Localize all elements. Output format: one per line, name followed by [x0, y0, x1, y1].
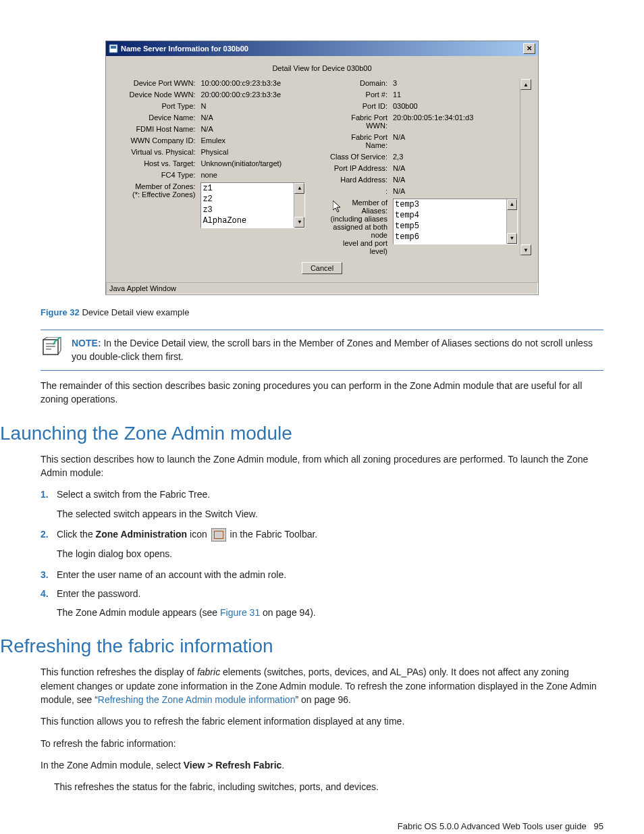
- field-value: N/A: [200, 125, 322, 133]
- list-item[interactable]: temp4: [395, 210, 516, 221]
- list-item[interactable]: temp3: [395, 199, 516, 210]
- field-value: 2,3: [393, 153, 518, 161]
- link-refreshing-zone-admin[interactable]: Refreshing the Zone Admin module informa…: [98, 694, 296, 705]
- outer-scrollbar[interactable]: ▲ ▼: [520, 79, 531, 255]
- text-italic: fabric: [197, 667, 220, 677]
- scroll-up-icon[interactable]: ▲: [507, 199, 517, 210]
- substep: The selected switch appears in the Switc…: [57, 507, 603, 521]
- text: This function refreshes the display of: [41, 667, 197, 677]
- svg-rect-3: [43, 340, 58, 355]
- field-value: N/A: [200, 113, 322, 122]
- cancel-button[interactable]: Cancel: [302, 262, 342, 274]
- field-value: Unknown(initiator/target): [200, 159, 322, 167]
- list-item[interactable]: z2: [203, 194, 303, 205]
- name-server-dialog: Name Server Information for 030b00 ✕ Det…: [105, 41, 539, 295]
- dialog-title: Name Server Information for 030b00: [121, 45, 248, 53]
- note-body: In the Device Detail view, the scroll ba…: [72, 338, 593, 362]
- divider-bottom: [41, 370, 603, 371]
- field-value: 3: [393, 79, 518, 87]
- zones-listbox[interactable]: z1 z2 z3 AlphaZone ▲ ▼: [200, 182, 305, 228]
- text: assigned at both node: [333, 223, 387, 239]
- field-value: 20:0b:00:05:1e:34:01:d3: [393, 113, 518, 130]
- field-label: Fabric Port WWN:: [329, 113, 387, 130]
- field-label: Domain:: [329, 79, 387, 87]
- aliases-listbox[interactable]: temp3 temp4 temp5 temp6 ▲ ▼: [393, 199, 518, 244]
- text: (including aliases: [331, 215, 387, 223]
- list-item[interactable]: AlphaZone: [203, 215, 303, 226]
- note-text: NOTE: In the Device Detail view, the scr…: [72, 337, 603, 363]
- text: .: [281, 760, 284, 771]
- step-text: Enter the password.: [57, 588, 141, 599]
- link-figure-31[interactable]: Figure 31: [220, 607, 260, 618]
- list-item[interactable]: temp6: [395, 232, 516, 242]
- field-label: Hard Address:: [329, 176, 387, 184]
- text: Member of Zones:: [135, 182, 195, 190]
- footer-text: Fabric OS 5.0.0 Advanced Web Tools user …: [398, 821, 587, 831]
- scroll-up-icon[interactable]: ▲: [520, 79, 531, 90]
- field-value: 20:00:00:00:c9:23:b3:3e: [200, 90, 322, 99]
- paragraph: This function allows you to refresh the …: [41, 714, 603, 728]
- text: (*: Effective Zones): [132, 190, 195, 199]
- field-value: 030b00: [393, 102, 518, 110]
- aliases-label: Member of Aliases: (including aliases as…: [329, 199, 387, 255]
- field-label: Port ID:: [329, 102, 387, 110]
- scroll-up-icon[interactable]: ▲: [294, 183, 304, 194]
- text-bold: Zone Administration: [96, 529, 188, 540]
- note-label: NOTE:: [72, 338, 101, 348]
- figure-text: Device Detail view example: [80, 307, 190, 317]
- note-block: NOTE: In the Device Detail view, the scr…: [41, 337, 603, 363]
- field-label: WWN Company ID:: [113, 136, 195, 145]
- scroll-down-icon[interactable]: ▼: [507, 233, 517, 244]
- step-text: Enter the user name of an account with t…: [57, 569, 286, 580]
- paragraph: In the Zone Admin module, select View > …: [41, 758, 603, 772]
- scroll-down-icon[interactable]: ▼: [294, 217, 304, 228]
- field-label: Port IP Address:: [329, 164, 387, 172]
- note-icon: [41, 337, 63, 363]
- step-1: Select a switch from the Fabric Tree.: [41, 488, 603, 501]
- field-label: Port #:: [329, 90, 387, 99]
- list-item[interactable]: z3: [203, 205, 303, 215]
- list-item[interactable]: z1: [203, 183, 303, 194]
- scrollbar[interactable]: ▲ ▼: [294, 183, 304, 228]
- text-bold: View > Refresh Fabric: [184, 760, 282, 771]
- field-label: :: [329, 187, 387, 195]
- text: icon: [187, 529, 209, 540]
- field-value: N/A: [393, 133, 518, 149]
- list-item[interactable]: temp5: [395, 221, 516, 232]
- heading-launching: Launching the Zone Admin module: [0, 423, 603, 444]
- text: on page 94).: [260, 607, 316, 618]
- scroll-down-icon[interactable]: ▼: [520, 244, 531, 255]
- figure-number: Figure 32: [41, 307, 80, 317]
- step-4: Enter the password.: [41, 587, 603, 600]
- divider-top: [41, 330, 603, 330]
- app-icon: [109, 44, 118, 53]
- field-label: Device Name:: [113, 113, 195, 122]
- close-icon[interactable]: ✕: [523, 43, 535, 54]
- field-value: Emulex: [200, 136, 322, 145]
- steps-list: Enter the user name of an account with t…: [41, 568, 603, 601]
- field-value: N/A: [393, 164, 518, 172]
- field-label: Port Type:: [113, 102, 195, 110]
- svg-rect-1: [111, 46, 116, 49]
- right-fields: Domain:3 Port #:11 Port ID:030b00 Fabric…: [329, 79, 518, 255]
- field-value: N: [200, 102, 322, 110]
- field-value: none: [200, 171, 322, 179]
- scrollbar[interactable]: ▲ ▼: [506, 199, 517, 244]
- page-number: 95: [594, 821, 603, 831]
- zone-admin-icon: [211, 528, 226, 542]
- applet-status-bar: Java Applet Window: [106, 282, 538, 294]
- field-label: Fabric Port Name:: [329, 133, 387, 149]
- field-label: Device Port WWN:: [113, 79, 195, 87]
- substep: The Zone Admin module appears (see Figur…: [57, 606, 603, 619]
- field-value: Physical: [200, 148, 322, 156]
- text: Click the: [57, 529, 96, 540]
- left-fields: Device Port WWN:10:00:00:00:c9:23:b3:3e …: [113, 79, 322, 255]
- text: in the Fabric Toolbar.: [227, 529, 318, 540]
- field-label: FDMI Host Name:: [113, 125, 195, 133]
- step-3: Enter the user name of an account with t…: [41, 568, 603, 581]
- text: The Zone Admin module appears (see: [57, 607, 220, 618]
- text: level and port level): [343, 239, 387, 255]
- text: In the Zone Admin module, select: [41, 760, 184, 771]
- step-text: Select a switch from the Fabric Tree.: [57, 489, 210, 500]
- field-label: FC4 Type:: [113, 171, 195, 179]
